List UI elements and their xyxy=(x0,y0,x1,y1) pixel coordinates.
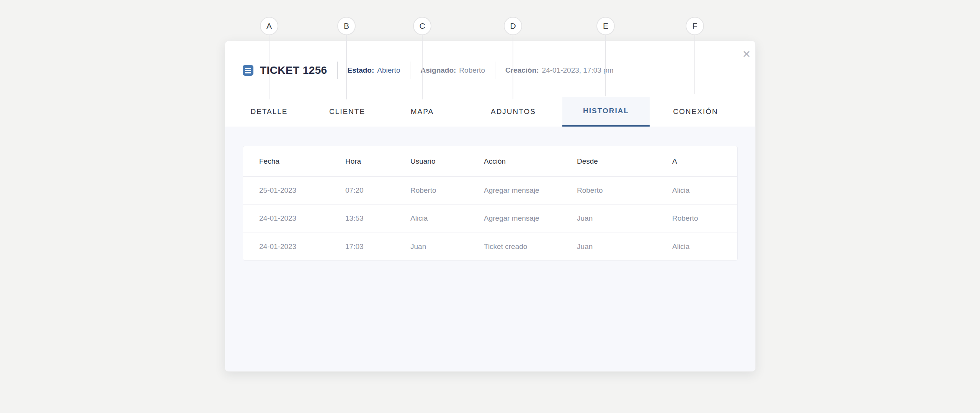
marker-line-d xyxy=(513,35,513,99)
ticket-modal: ✕ TICKET 1256 Estado: Abierto Asignado: … xyxy=(225,41,756,372)
field-creacion-value: 24-01-2023, 17:03 pm xyxy=(542,66,614,75)
table-cell: Juan xyxy=(577,214,672,223)
table-cell: 13:53 xyxy=(345,214,410,223)
marker-badge-e: E xyxy=(596,17,615,35)
header-divider xyxy=(495,62,495,79)
marker-badge-c: C xyxy=(413,17,431,35)
field-creacion-label: Creación: xyxy=(505,66,539,75)
table-row: 24-01-2023 13:53 Alicia Agregar mensaje … xyxy=(243,205,737,233)
marker-badge-a: A xyxy=(260,17,278,35)
tab-mapa[interactable]: MAPA xyxy=(390,97,454,127)
table-row: 25-01-2023 07:20 Roberto Agregar mensaje… xyxy=(243,177,737,205)
table-header-row: Fecha Hora Usuario Acción Desde A xyxy=(243,146,737,177)
tab-cliente[interactable]: CLIENTE xyxy=(309,97,386,127)
table-cell: Roberto xyxy=(577,186,672,195)
tab-conexion[interactable]: CONEXIÓN xyxy=(652,97,738,127)
ticket-lines-icon xyxy=(243,65,253,76)
table-cell: 07:20 xyxy=(345,186,410,195)
marker-line-c xyxy=(422,35,423,99)
table-cell: Juan xyxy=(577,242,672,251)
tab-historial[interactable]: HISTORIAL xyxy=(562,97,650,127)
tab-adjuntos[interactable]: ADJUNTOS xyxy=(470,97,557,127)
field-creacion: Creación: 24-01-2023, 17:03 pm xyxy=(505,66,614,75)
field-asignado-value: Roberto xyxy=(459,66,485,75)
tab-bar: DETALLE CLIENTE MAPA ADJUNTOS HISTORIAL … xyxy=(225,97,755,127)
table-cell: 25-01-2023 xyxy=(259,186,345,195)
marker-line-a xyxy=(269,35,270,99)
field-asignado: Asignado: Roberto xyxy=(420,66,485,75)
column-header-desde: Desde xyxy=(577,157,672,166)
table-cell: Ticket creado xyxy=(484,242,577,251)
close-icon[interactable]: ✕ xyxy=(740,47,753,61)
table-cell: Alicia xyxy=(410,214,484,223)
table-cell: Roberto xyxy=(410,186,484,195)
marker-line-e xyxy=(605,35,606,96)
marker-badge-f: F xyxy=(686,17,704,35)
field-estado-value: Abierto xyxy=(377,66,400,75)
header-divider xyxy=(410,62,410,79)
table-cell: Alicia xyxy=(672,186,737,195)
column-header-a: A xyxy=(672,157,737,166)
column-header-fecha: Fecha xyxy=(259,157,345,166)
column-header-hora: Hora xyxy=(345,157,410,166)
marker-line-f xyxy=(694,35,695,94)
table-cell: Agregar mensaje xyxy=(484,214,577,223)
marker-line-b xyxy=(346,35,347,99)
column-header-usuario: Usuario xyxy=(410,157,484,166)
table-cell: Juan xyxy=(410,242,484,251)
table-cell: Agregar mensaje xyxy=(484,186,577,195)
history-table: Fecha Hora Usuario Acción Desde A 25-01-… xyxy=(243,146,738,261)
marker-badge-d: D xyxy=(504,17,522,35)
table-cell: Roberto xyxy=(672,214,737,223)
tab-detalle[interactable]: DETALLE xyxy=(230,97,308,127)
header-divider xyxy=(337,62,338,79)
modal-header: TICKET 1256 Estado: Abierto Asignado: Ro… xyxy=(243,58,725,83)
field-asignado-label: Asignado: xyxy=(420,66,456,75)
table-cell: Alicia xyxy=(672,242,737,251)
table-cell: 24-01-2023 xyxy=(259,242,345,251)
column-header-accion: Acción xyxy=(484,157,577,166)
table-row: 24-01-2023 17:03 Juan Ticket creado Juan… xyxy=(243,233,737,260)
field-estado-label: Estado: xyxy=(348,66,374,75)
page-title: TICKET 1256 xyxy=(260,64,327,76)
table-cell: 17:03 xyxy=(345,242,410,251)
screen: A B C D E F ✕ TICKET 1256 Estado: Abiert… xyxy=(0,0,980,413)
historial-panel: Fecha Hora Usuario Acción Desde A 25-01-… xyxy=(225,127,755,371)
marker-badge-b: B xyxy=(337,17,356,35)
field-estado: Estado: Abierto xyxy=(348,66,400,75)
table-cell: 24-01-2023 xyxy=(259,214,345,223)
